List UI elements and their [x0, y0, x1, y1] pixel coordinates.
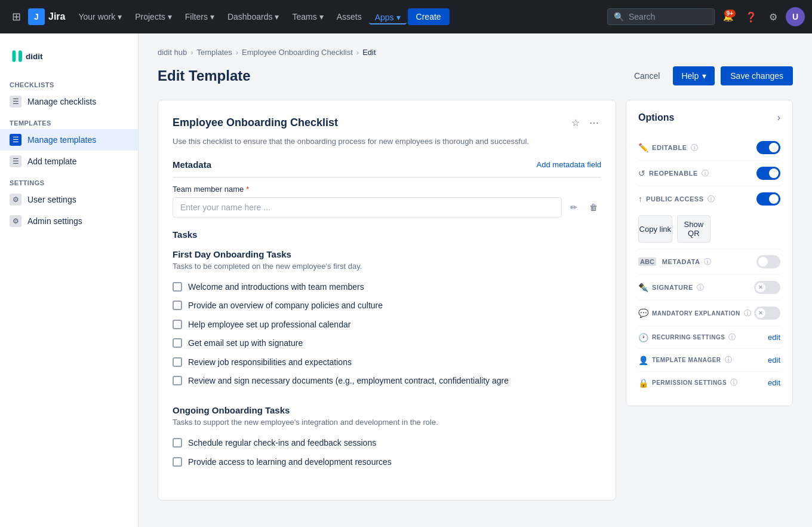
- nav-item-dashboards[interactable]: Dashboards ▾: [222, 8, 285, 25]
- save-changes-button[interactable]: Save changes: [721, 66, 793, 85]
- help-button[interactable]: Help ▾: [673, 66, 715, 85]
- sidebar-item-label: Add template: [27, 157, 77, 166]
- help-button[interactable]: ❓: [742, 8, 761, 26]
- add-metadata-field-link[interactable]: Add metadata field: [537, 160, 601, 169]
- delete-field-button[interactable]: 🗑: [586, 200, 601, 215]
- toggle-track: [756, 192, 780, 206]
- star-button[interactable]: ☆: [569, 115, 582, 131]
- page-header: Edit Template Cancel Help ▾ Save changes: [158, 66, 793, 85]
- sidebar-section-checklists: CHECKLISTS: [0, 74, 138, 91]
- sidebar-item-manage-templates[interactable]: ☰ Manage templates: [0, 129, 138, 151]
- nav-item-assets[interactable]: Assets: [331, 8, 368, 25]
- template-description: Use this checklist to ensure that the on…: [173, 136, 601, 148]
- sidebar-item-admin-settings[interactable]: ⚙ Admin settings: [0, 210, 138, 232]
- options-expand-icon[interactable]: ›: [777, 112, 780, 123]
- chevron-down-icon: ▾: [702, 71, 706, 81]
- task-text: Review and sign necessary documents (e.g…: [188, 375, 509, 387]
- sidebar-item-user-settings[interactable]: ⚙ User settings: [0, 189, 138, 210]
- option-row-template-manager: 👤 TEMPLATE MANAGER ⓘ edit: [638, 349, 780, 372]
- info-icon[interactable]: ⓘ: [708, 194, 715, 204]
- grid-icon[interactable]: ⊞: [7, 5, 26, 28]
- breadcrumb-didit-hub[interactable]: didit hub: [158, 48, 187, 57]
- info-icon[interactable]: ⓘ: [725, 355, 732, 365]
- info-icon[interactable]: ⓘ: [728, 332, 736, 342]
- search-box[interactable]: 🔍: [607, 8, 715, 25]
- task-checkbox[interactable]: [173, 357, 182, 367]
- field-label: Team member name *: [173, 185, 601, 194]
- task-checkbox[interactable]: [173, 376, 182, 385]
- chevron-down-icon: ▾: [396, 13, 401, 22]
- option-label: ✒️ SIGNATURE ⓘ: [638, 283, 704, 293]
- breadcrumb-template-name[interactable]: Employee Onboarding Checklist: [242, 48, 353, 57]
- editable-icon: ✏️: [638, 143, 648, 152]
- metadata-icon: ABC: [638, 258, 656, 266]
- more-options-button[interactable]: ⋯: [587, 115, 601, 131]
- nav-item-your-work[interactable]: Your work ▾: [72, 8, 128, 25]
- edit-field-button[interactable]: ✏: [567, 200, 581, 215]
- reopenable-toggle[interactable]: [756, 167, 780, 180]
- show-qr-button[interactable]: Show QR: [677, 215, 711, 243]
- breadcrumb-templates[interactable]: Templates: [197, 48, 232, 57]
- chevron-down-icon: ▾: [168, 12, 172, 22]
- content-area: didit hub › Templates › Employee Onboard…: [139, 33, 812, 527]
- template-card: Employee Onboarding Checklist ☆ ⋯ Use th…: [158, 100, 616, 501]
- toggle-knob: [769, 168, 779, 178]
- permission-settings-icon: 🔒: [638, 378, 648, 388]
- info-icon[interactable]: ⓘ: [704, 257, 711, 267]
- notifications-button[interactable]: 🔔 9+: [719, 8, 737, 25]
- create-button[interactable]: Create: [408, 8, 450, 25]
- option-text: RECURRING SETTINGS: [652, 334, 725, 341]
- settings-button[interactable]: ⚙: [765, 8, 781, 26]
- option-text: METADATA: [662, 258, 700, 265]
- permission-settings-edit-link[interactable]: edit: [768, 378, 780, 387]
- info-icon[interactable]: ⓘ: [697, 283, 704, 293]
- task-checkbox[interactable]: [173, 320, 182, 329]
- nav-item-teams[interactable]: Teams ▾: [286, 8, 329, 25]
- breadcrumb-sep-2: ›: [236, 48, 238, 57]
- jira-logo-text: Jira: [48, 11, 65, 22]
- option-row-signature: ✒️ SIGNATURE ⓘ ✕: [638, 275, 780, 301]
- info-icon[interactable]: ⓘ: [730, 378, 737, 388]
- copy-link-button[interactable]: Copy link: [638, 215, 672, 243]
- template-name: Employee Onboarding Checklist: [173, 117, 338, 129]
- search-input[interactable]: [629, 12, 708, 22]
- template-manager-edit-link[interactable]: edit: [768, 356, 780, 364]
- task-text: Provide an overview of company policies …: [188, 300, 383, 312]
- public-access-toggle[interactable]: [756, 192, 780, 206]
- mandatory-explanation-icon: 💬: [638, 308, 648, 318]
- sidebar-logo: didit: [0, 43, 138, 74]
- metadata-toggle[interactable]: [756, 255, 780, 268]
- option-label: ABC METADATA ⓘ: [638, 257, 711, 267]
- template-manager-icon: 👤: [638, 356, 648, 365]
- editable-toggle[interactable]: [756, 141, 780, 154]
- main-grid: Employee Onboarding Checklist ☆ ⋯ Use th…: [158, 100, 793, 501]
- sidebar-item-add-template[interactable]: ☰ Add template: [0, 151, 138, 172]
- nav-item-apps[interactable]: Apps ▾: [369, 9, 407, 24]
- nav-item-projects[interactable]: Projects ▾: [129, 8, 178, 25]
- checklist-icon: ☰: [10, 96, 21, 108]
- cancel-button[interactable]: Cancel: [627, 66, 668, 85]
- signature-toggle[interactable]: ✕: [754, 281, 780, 294]
- team-member-name-input[interactable]: [173, 197, 562, 217]
- info-icon[interactable]: ⓘ: [744, 308, 751, 318]
- task-group-name: Ongoing Onboarding Tasks: [173, 405, 601, 415]
- option-label: ✏️ EDITABLE ⓘ: [638, 143, 698, 153]
- option-label: 🕐 RECURRING SETTINGS ⓘ: [638, 332, 736, 342]
- info-icon[interactable]: ⓘ: [702, 168, 709, 179]
- option-label: ↑ PUBLIC ACCESS ⓘ: [638, 194, 715, 204]
- sidebar-item-manage-checklists[interactable]: ☰ Manage checklists: [0, 91, 138, 112]
- nav-item-filters[interactable]: Filters ▾: [179, 8, 220, 25]
- avatar[interactable]: U: [786, 7, 805, 26]
- task-checkbox[interactable]: [173, 438, 182, 448]
- info-icon[interactable]: ⓘ: [691, 143, 698, 153]
- option-row-recurring-settings: 🕐 RECURRING SETTINGS ⓘ edit: [638, 326, 780, 349]
- task-checkbox[interactable]: [173, 457, 182, 467]
- mandatory-explanation-toggle[interactable]: ✕: [754, 307, 780, 320]
- jira-logo-icon: J: [28, 8, 45, 25]
- task-checkbox[interactable]: [173, 338, 182, 348]
- task-group-name: First Day Onboarding Tasks: [173, 249, 601, 259]
- recurring-settings-edit-link[interactable]: edit: [768, 333, 780, 342]
- toggle-knob: ✕: [756, 283, 765, 292]
- task-checkbox[interactable]: [173, 282, 182, 292]
- task-checkbox[interactable]: [173, 301, 182, 310]
